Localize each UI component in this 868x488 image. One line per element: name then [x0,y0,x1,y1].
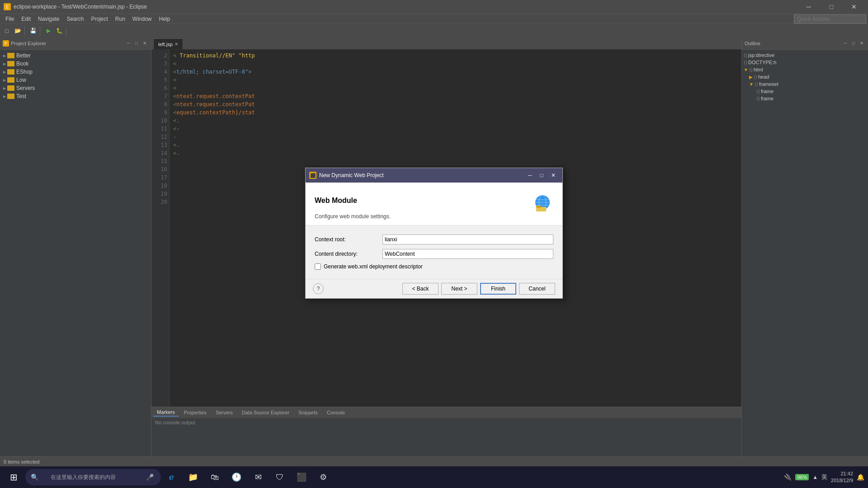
tab-datasource[interactable]: Data Source Explorer [238,409,293,416]
antivirus-icon[interactable]: 🛡 [270,467,290,487]
network-icon: ▲ [812,474,818,480]
menu-file[interactable]: File [2,15,18,23]
quick-access-input[interactable] [794,14,866,23]
outline-label-head: head [758,74,769,80]
outline-item-frame2[interactable]: ⟨⟩ frame [742,95,868,102]
store-icon[interactable]: 🛍 [205,467,225,487]
folder-icon-eshop [7,69,14,75]
tab-properties[interactable]: Properties [180,409,210,416]
maximize-button[interactable]: □ [821,0,842,14]
taskbar-clock[interactable]: 21:42 2018/12/9 [831,470,853,484]
outline-controls: ─ □ ✕ [842,40,865,47]
maximize-panel-btn[interactable]: □ [133,40,140,47]
content-directory-input[interactable] [382,249,553,259]
search-placeholder: 在这里输入你要搜索的内容 [51,474,116,481]
outline-item-html[interactable]: ▼ ⟨⟩ html [742,66,868,73]
run-btn[interactable]: ▶ [43,26,53,36]
outline-item-frameset[interactable]: ▼ ⟨⟩ frameset [742,80,868,88]
code-line-10: <equest.contextPath}/stat [173,108,738,117]
tree-label-better: Better [16,52,31,59]
menu-run[interactable]: Run [112,15,129,23]
editor-tab-main[interactable]: left.jsp ✕ [153,38,183,49]
explorer-icon[interactable]: 📁 [183,467,203,487]
green-icon[interactable]: ⬛ [292,467,311,487]
menu-project[interactable]: Project [87,15,111,23]
modal-maximize-btn[interactable]: □ [536,170,547,181]
window-controls: ─ □ ✕ [798,0,864,14]
tree-item-test[interactable]: ▶ Test [0,92,151,100]
tree-arrow-book: ▶ [2,61,7,66]
outline-item-doctype[interactable]: ⟨⟩ DOCTYPE:h [742,59,868,66]
outline-item-jspdirective[interactable]: ⟨⟩ jsp:directive [742,52,868,59]
outline-minimize-btn[interactable]: ─ [842,40,849,47]
close-panel-btn[interactable]: ✕ [141,40,148,47]
clock-icon[interactable]: 🕐 [226,467,246,487]
next-button[interactable]: Next > [441,283,477,295]
save-btn[interactable]: 💾 [28,26,38,36]
debug-btn[interactable]: 🐛 [54,26,64,36]
modal-controls: ─ □ ✕ [524,170,559,181]
help-button[interactable]: ? [313,283,324,294]
modal-header-section: Web Module Configure web module settings… [306,183,562,225]
open-btn[interactable]: 📂 [13,26,23,36]
checkbox-label[interactable]: Generate web.xml deployment descriptor [324,263,423,270]
title-bar: E eclipse-workplace - Test/WebContent/ma… [0,0,868,14]
toolbar-separator-3 [66,26,68,35]
microphone-icon: 🎤 [146,474,154,481]
context-root-input[interactable] [382,235,553,244]
mail-icon[interactable]: ✉ [248,467,268,487]
modal-close-btn[interactable]: ✕ [548,170,559,181]
tab-label: left.jsp [158,42,173,47]
checkbox-row: Generate web.xml deployment descriptor [315,263,553,270]
modal-body: Context root: Content directory: Generat… [306,225,562,279]
outline-maximize-btn[interactable]: □ [850,40,857,47]
tab-servers[interactable]: Servers [212,409,236,416]
tab-snippets[interactable]: Snippets [295,409,321,416]
menu-window[interactable]: Window [129,15,156,23]
menu-help[interactable]: Help [156,15,174,23]
globe-icon [532,190,553,211]
outline-close-btn[interactable]: ✕ [858,40,865,47]
outline-header: Outline ─ □ ✕ [742,37,868,50]
new-dynamic-web-project-dialog: ⬛ New Dynamic Web Project ─ □ ✕ Web Modu… [305,168,563,299]
context-root-row: Context root: [315,235,553,244]
tree-item-eshop[interactable]: ▶ EShop [0,68,151,76]
minimize-button[interactable]: ─ [798,0,819,14]
edge-icon[interactable]: ℯ [161,467,181,487]
new-btn[interactable]: ◻ [2,26,12,36]
tree-arrow-low: ▶ [2,77,7,83]
menu-navigate[interactable]: Navigate [34,15,63,23]
menu-search[interactable]: Search [63,15,87,23]
start-button[interactable]: ⊞ [4,467,24,487]
tab-markers[interactable]: Markers [153,408,179,417]
minimize-panel-btn[interactable]: ─ [125,40,132,47]
code-line-5: <t/html; charset=UTF-8"> [173,68,738,76]
back-button[interactable]: < Back [402,283,439,295]
tree-item-servers[interactable]: ▶ Servers [0,84,151,92]
outline-item-frame1[interactable]: ⟨⟩ frame [742,88,868,95]
menu-edit[interactable]: Edit [18,15,34,23]
folder-icon-servers [7,85,14,91]
outline-title: Outline [745,41,760,46]
outline-label-frame1: frame [761,89,774,94]
cancel-button[interactable]: Cancel [519,283,555,295]
finish-button[interactable]: Finish [480,283,516,295]
tab-close-icon[interactable]: ✕ [175,42,178,47]
tab-console[interactable]: Console [323,409,349,416]
generate-xml-checkbox[interactable] [315,263,321,270]
close-button[interactable]: ✕ [844,0,864,14]
code-line-8: <ntext.request.contextPat [173,92,738,100]
tree-item-better[interactable]: ▶ Better [0,52,151,60]
notification-icon[interactable]: 🔔 [857,474,864,481]
taskbar-search[interactable]: 在这里输入你要搜索的内容 🎤 [25,469,161,485]
folder-icon-better [7,53,14,58]
tree-item-book[interactable]: ▶ Book [0,60,151,68]
code-line-7: < [173,84,738,92]
settings-icon[interactable]: ⚙ [313,467,333,487]
tree-item-low[interactable]: ▶ Low [0,76,151,84]
tree-arrow-eshop: ▶ [2,69,7,75]
toolbar-separator-2 [40,26,42,35]
outline-item-head[interactable]: ▶ ⟨⟩ head [742,73,868,80]
modal-minimize-btn[interactable]: ─ [524,170,535,181]
tree-arrow-test: ▶ [2,94,7,99]
